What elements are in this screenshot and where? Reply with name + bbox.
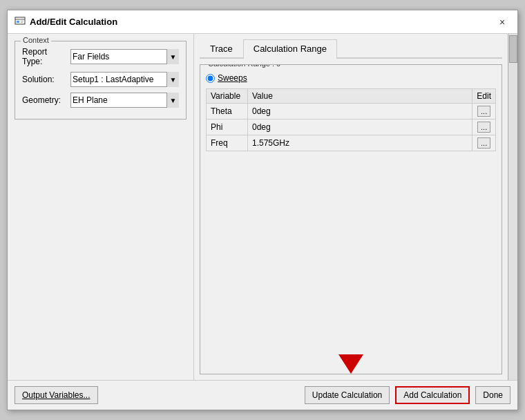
cell-value-2: 1.575GHz — [248, 135, 472, 151]
report-type-select[interactable]: Far Fields — [70, 49, 179, 64]
title-bar-left: Add/Edit Calculation — [15, 17, 117, 28]
add-edit-calculation-dialog: Add/Edit Calculation × Context ReportTyp… — [7, 10, 518, 410]
cell-edit-1[interactable]: ... — [472, 120, 496, 135]
svg-rect-3 — [21, 21, 23, 21]
tabs: Trace Calculation Range — [200, 39, 502, 59]
solution-row: Solution: Setup1 : LastAdaptive ▼ — [22, 72, 179, 87]
calc-range-title: Calculation Range : 0 — [206, 64, 283, 68]
cell-value-0: 0deg — [248, 104, 472, 120]
add-calculation-button[interactable]: Add Calculation — [395, 386, 470, 404]
context-group: Context ReportType: Far Fields ▼ Solutio… — [15, 41, 187, 120]
geometry-label: Geometry: — [22, 95, 70, 105]
report-type-label: ReportType: — [22, 47, 70, 66]
geometry-select[interactable]: EH Plane — [70, 93, 179, 108]
report-type-select-wrapper: Far Fields ▼ — [70, 49, 179, 64]
dialog-footer: Output Variables... Update Calculation A… — [8, 380, 517, 410]
dialog-icon — [15, 17, 26, 28]
geometry-row: Geometry: EH Plane ▼ — [22, 93, 179, 108]
cell-value-1: 0deg — [248, 120, 472, 135]
sweeps-radio[interactable] — [206, 74, 215, 83]
svg-rect-2 — [17, 21, 19, 23]
cell-variable-0: Theta — [207, 104, 248, 120]
solution-select-wrapper: Setup1 : LastAdaptive ▼ — [70, 72, 179, 87]
dialog-body: Context ReportType: Far Fields ▼ Solutio… — [8, 34, 517, 380]
calculation-range-box: Calculation Range : 0 Sweeps Variable Va… — [200, 64, 502, 374]
dialog-title: Add/Edit Calculation — [30, 17, 117, 27]
cell-variable-1: Phi — [207, 120, 248, 135]
table-row: Theta 0deg ... — [207, 104, 496, 120]
title-bar: Add/Edit Calculation × — [8, 10, 517, 34]
arrow-head — [338, 354, 363, 374]
cell-edit-2[interactable]: ... — [472, 135, 496, 151]
solution-label: Solution: — [22, 75, 70, 84]
edit-button-1[interactable]: ... — [477, 122, 490, 133]
arrow-area — [206, 151, 496, 368]
update-calculation-button[interactable]: Update Calculation — [305, 386, 390, 404]
right-panel: Trace Calculation Range Calculation Rang… — [194, 34, 508, 380]
svg-rect-4 — [21, 22, 23, 23]
left-panel: Context ReportType: Far Fields ▼ Solutio… — [8, 34, 194, 380]
report-type-row: ReportType: Far Fields ▼ — [22, 47, 179, 66]
table-header-row: Variable Value Edit — [207, 89, 496, 104]
scrollbar[interactable] — [508, 34, 517, 380]
cell-edit-0[interactable]: ... — [472, 104, 496, 120]
output-variables-button[interactable]: Output Variables... — [15, 386, 98, 404]
col-header-edit: Edit — [472, 89, 496, 104]
cell-variable-2: Freq — [207, 135, 248, 151]
col-header-value: Value — [248, 89, 472, 104]
done-button[interactable]: Done — [475, 386, 510, 404]
sweeps-label: Sweeps — [218, 73, 247, 83]
tab-trace[interactable]: Trace — [200, 39, 243, 57]
table-row: Phi 0deg ... — [207, 120, 496, 135]
solution-select[interactable]: Setup1 : LastAdaptive — [70, 72, 179, 87]
table-row: Freq 1.575GHz ... — [207, 135, 496, 151]
close-button[interactable]: × — [494, 14, 510, 30]
edit-button-2[interactable]: ... — [477, 137, 490, 149]
context-group-label: Context — [21, 36, 51, 44]
edit-button-0[interactable]: ... — [477, 106, 490, 117]
tab-calculation-range[interactable]: Calculation Range — [243, 39, 337, 59]
geometry-select-wrapper: EH Plane ▼ — [70, 93, 179, 108]
sweeps-radio-row: Sweeps — [206, 73, 496, 83]
calc-table: Variable Value Edit Theta 0deg ... Phi 0… — [206, 88, 496, 151]
scrollbar-thumb[interactable] — [509, 35, 517, 63]
col-header-variable: Variable — [207, 89, 248, 104]
